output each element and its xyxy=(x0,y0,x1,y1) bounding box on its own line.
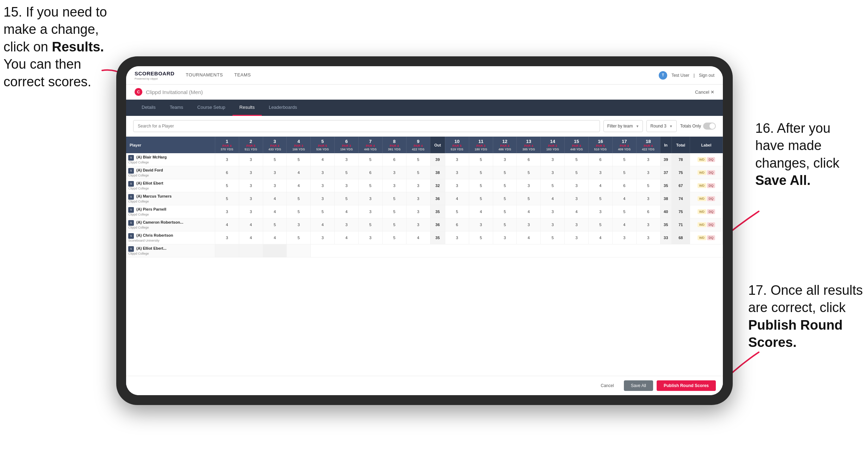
score-back-18[interactable]: 6 xyxy=(636,205,660,218)
score-back-18[interactable]: 3 xyxy=(636,192,660,205)
score-hole-4[interactable]: 5 xyxy=(287,205,311,218)
score-back-13[interactable]: 3 xyxy=(517,218,541,231)
tab-teams[interactable]: Teams xyxy=(163,100,190,116)
score-back-12[interactable]: 5 xyxy=(493,179,517,192)
label-wd-button[interactable]: WD xyxy=(698,196,706,201)
publish-round-scores-button[interactable]: Publish Round Scores xyxy=(657,380,716,391)
score-hole-7[interactable]: 6 xyxy=(358,166,382,179)
score-hole-5[interactable]: 4 xyxy=(311,218,335,231)
label-dq-button[interactable]: DQ xyxy=(707,157,715,162)
score-back-15[interactable]: 5 xyxy=(565,166,589,179)
round-dropdown[interactable]: Round 3 ▼ xyxy=(646,120,676,132)
score-hole-4[interactable]: 4 xyxy=(287,166,311,179)
tab-details[interactable]: Details xyxy=(135,100,163,116)
label-wd-button[interactable]: WD xyxy=(698,170,706,175)
label-wd-button[interactable]: WD xyxy=(698,235,706,240)
label-dq-button[interactable]: DQ xyxy=(707,235,715,240)
score-hole-3[interactable]: 3 xyxy=(263,166,287,179)
score-hole-1[interactable]: 4 xyxy=(215,218,239,231)
tab-results[interactable]: Results xyxy=(232,100,262,116)
score-back-18[interactable]: 3 xyxy=(636,153,660,166)
score-back-11[interactable]: 4 xyxy=(469,205,493,218)
score-back-15[interactable]: 4 xyxy=(565,205,589,218)
score-hole-4[interactable]: 5 xyxy=(287,192,311,205)
score-back-11[interactable]: 5 xyxy=(469,166,493,179)
filter-by-team-dropdown[interactable]: Filter by team ▼ xyxy=(603,120,643,132)
score-back-17[interactable]: 6 xyxy=(612,179,636,192)
score-back-15[interactable]: 3 xyxy=(565,218,589,231)
score-back-11[interactable]: 3 xyxy=(469,218,493,231)
score-back-16[interactable]: 6 xyxy=(589,153,613,166)
score-hole-4[interactable]: 4 xyxy=(287,179,311,192)
score-hole-7[interactable]: 3 xyxy=(358,231,382,244)
score-back-17[interactable]: 4 xyxy=(612,192,636,205)
score-back-15[interactable]: 3 xyxy=(565,179,589,192)
tab-leaderboards[interactable]: Leaderboards xyxy=(262,100,304,116)
score-hole-1[interactable]: 6 xyxy=(215,166,239,179)
score-back-17[interactable]: 4 xyxy=(612,218,636,231)
score-back-12[interactable]: 3 xyxy=(493,231,517,244)
score-hole-2[interactable]: 3 xyxy=(239,153,263,166)
cancel-tournament-btn[interactable]: Cancel ✕ xyxy=(695,89,714,95)
score-hole-4[interactable]: 3 xyxy=(287,218,311,231)
score-hole-2[interactable]: 4 xyxy=(239,218,263,231)
score-hole-1[interactable]: 3 xyxy=(215,231,239,244)
score-back-10[interactable]: 3 xyxy=(445,153,469,166)
score-back-10[interactable]: 6 xyxy=(445,218,469,231)
score-hole-7[interactable]: 3 xyxy=(358,205,382,218)
score-back-10[interactable]: 3 xyxy=(445,231,469,244)
score-back-11[interactable]: 5 xyxy=(469,153,493,166)
score-back-13[interactable]: 3 xyxy=(517,179,541,192)
score-hole-7[interactable]: 5 xyxy=(358,218,382,231)
score-back-14[interactable]: 5 xyxy=(541,231,565,244)
score-hole-8[interactable]: 5 xyxy=(382,231,406,244)
score-back-16[interactable]: 3 xyxy=(589,166,613,179)
score-hole-2[interactable]: 3 xyxy=(239,205,263,218)
tab-course-setup[interactable]: Course Setup xyxy=(190,100,232,116)
label-wd-button[interactable]: WD xyxy=(698,209,706,214)
score-hole-7[interactable]: 5 xyxy=(358,179,382,192)
score-back-11[interactable]: 5 xyxy=(469,231,493,244)
score-hole-5[interactable]: 3 xyxy=(311,166,335,179)
score-hole-9[interactable]: 3 xyxy=(406,205,430,218)
score-hole-6[interactable]: 5 xyxy=(335,166,359,179)
score-hole-3[interactable]: 4 xyxy=(263,205,287,218)
score-back-14[interactable]: 5 xyxy=(541,179,565,192)
score-hole-8[interactable]: 5 xyxy=(382,192,406,205)
score-back-17[interactable]: 5 xyxy=(612,153,636,166)
score-back-15[interactable]: 3 xyxy=(565,231,589,244)
score-hole-1[interactable]: 5 xyxy=(215,192,239,205)
label-dq-button[interactable]: DQ xyxy=(707,196,715,201)
score-back-13[interactable]: 5 xyxy=(517,192,541,205)
score-hole-4[interactable]: 5 xyxy=(287,231,311,244)
score-back-16[interactable]: 4 xyxy=(589,231,613,244)
label-wd-button[interactable]: WD xyxy=(698,222,706,227)
score-hole-6[interactable]: 3 xyxy=(335,153,359,166)
score-back-14[interactable]: 3 xyxy=(541,153,565,166)
score-hole-8[interactable]: 3 xyxy=(382,179,406,192)
score-back-13[interactable]: 4 xyxy=(517,205,541,218)
score-hole-3[interactable]: 4 xyxy=(263,192,287,205)
score-hole-2[interactable]: 4 xyxy=(239,231,263,244)
score-back-18[interactable]: 3 xyxy=(636,166,660,179)
score-back-12[interactable]: 5 xyxy=(493,205,517,218)
nav-link-teams[interactable]: TEAMS xyxy=(234,72,251,78)
label-wd-button[interactable]: WD xyxy=(698,183,706,188)
score-back-14[interactable]: 4 xyxy=(541,192,565,205)
score-hole-8[interactable]: 5 xyxy=(382,218,406,231)
score-back-18[interactable]: 3 xyxy=(636,231,660,244)
score-back-15[interactable]: 3 xyxy=(565,192,589,205)
score-hole-5[interactable]: 4 xyxy=(311,153,335,166)
score-back-13[interactable]: 4 xyxy=(517,231,541,244)
score-back-13[interactable]: 6 xyxy=(517,153,541,166)
score-hole-9[interactable]: 3 xyxy=(406,192,430,205)
score-back-10[interactable]: 4 xyxy=(445,192,469,205)
cancel-button[interactable]: Cancel xyxy=(594,380,620,391)
score-back-12[interactable]: 5 xyxy=(493,218,517,231)
save-all-button[interactable]: Save All xyxy=(624,380,653,391)
search-input[interactable] xyxy=(133,120,600,132)
score-hole-5[interactable]: 3 xyxy=(311,192,335,205)
score-hole-1[interactable]: 3 xyxy=(215,153,239,166)
score-hole-6[interactable]: 4 xyxy=(335,205,359,218)
score-hole-7[interactable]: 5 xyxy=(358,153,382,166)
